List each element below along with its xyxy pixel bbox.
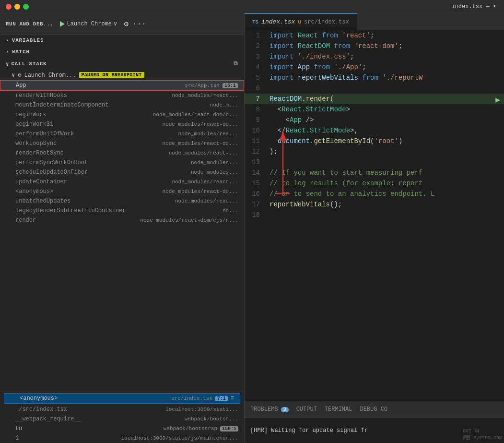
problems-badge: 3 <box>281 407 289 412</box>
more-options-icon[interactable]: ··· <box>132 20 146 28</box>
copy-icon[interactable]: ⧉ <box>234 60 238 67</box>
frame-location-fn: webpack/bootstrap 150:1 <box>164 426 238 431</box>
close-button[interactable] <box>6 4 12 10</box>
tab-debug-console[interactable]: DEBUG CO <box>360 403 387 416</box>
stack-frame-beginwork[interactable]: beginWork node_modules/react-dom/c... <box>0 110 244 120</box>
stack-frame-unbatched[interactable]: unbatchedUpdates node_modules/reac... <box>0 196 244 206</box>
left-panel: RUN AND DEB... Launch Chrome ∨ ⚙ ··· › V… <box>0 13 245 443</box>
stack-frame-updatecontainer[interactable]: updateContainer node_modules/react... <box>0 177 244 187</box>
watermark: GXI 网@图 system.com <box>463 428 502 441</box>
code-line-13: 13 <box>245 157 504 168</box>
tab-problems[interactable]: PROBLEMS 3 <box>250 403 289 416</box>
frame-name-beginwork1: beginWork$1 <box>15 121 53 128</box>
frame-location-anonymous: src/index.tsx 7:1 ≡ <box>171 395 234 402</box>
frame-name-app: App <box>16 82 26 89</box>
variables-section-header[interactable]: › VARIABLES <box>0 35 244 46</box>
line-number-9: 9 <box>245 115 268 125</box>
frame-line-app: 15:1 <box>223 83 238 88</box>
stack-frame-performunit[interactable]: performUnitOfWork node_modules/rea... <box>0 129 244 139</box>
stack-frame-src-index[interactable]: ./src/index.tsx localhost:3000/stati... <box>0 405 244 414</box>
launch-label: Launch Chrome <box>67 21 112 27</box>
line-content-8: <React.StrictMode> <box>268 104 504 115</box>
variables-arrow-icon: › <box>6 38 9 43</box>
code-line-8: 8 <React.StrictMode> <box>245 104 504 115</box>
line-number-15: 15 <box>245 178 268 189</box>
line-content-10: </React.StrictMode>, <box>268 125 504 136</box>
line-content-16: // or to send to an analytics endpoint. … <box>268 189 504 199</box>
stack-frame-renderwithhooks[interactable]: renderWithHooks node_modules/react... <box>0 91 244 100</box>
stack-frame-scheduleupdate[interactable]: scheduleUpdateOnFiber node_modules... <box>0 168 244 177</box>
line-content-14: // If you want to start measuring perf <box>268 168 504 178</box>
code-line-15: 15 // to log results (for example: repor… <box>245 178 504 189</box>
line-number-6: 6 <box>245 83 268 94</box>
frame-name-performunit: performUnitOfWork <box>15 131 74 137</box>
frame-file-beginwork: node_modules/react-dom/c... <box>153 112 238 118</box>
stack-frame-legacy[interactable]: legacyRenderSubtreeIntoContainer no... <box>0 206 244 216</box>
frame-name-src-index: ./src/index.tsx <box>15 406 67 413</box>
stack-frames-list: App src/App.tsx 15:1 renderWithHooks nod… <box>0 80 244 392</box>
frame-file-webpack-require: webpack/bootst... <box>185 416 238 422</box>
stack-frame-render[interactable]: render node_modules/react-dom/cjs/r... <box>0 216 244 225</box>
hmr-text: [HMR] Waiting for update signal fr <box>250 427 368 434</box>
tab-modified: U <box>298 19 301 25</box>
frame-file-performsync: node_modules... <box>191 160 238 166</box>
window-title: index.tsx — • <box>451 3 496 10</box>
call-stack-section: ∨ CALL STACK ⧉ ∨ ⚙ Launch Chrom... PAUSE… <box>0 58 244 443</box>
maximize-button[interactable] <box>23 4 29 10</box>
line-number-5: 5 <box>245 72 268 83</box>
code-line-14: 14 // If you want to start measuring per… <box>245 168 504 178</box>
thread-gear-icon: ⚙ <box>18 72 21 79</box>
line-number-10: 10 <box>245 125 268 136</box>
code-line-10: 10 </React.StrictMode>, <box>245 125 504 136</box>
watch-section-header[interactable]: › WATCH <box>0 46 244 58</box>
line-content-2: import ReactDOM from 'react-dom'; <box>268 41 504 51</box>
stack-frame-performsync[interactable]: performSyncWorkOnRoot node_modules... <box>0 158 244 168</box>
stack-frame-1[interactable]: 1 localhost:3000/static/js/main.chun... <box>0 433 244 443</box>
line-content-3: import './index.css'; <box>268 51 504 62</box>
stack-frame-anonymous-selected[interactable]: <anonymous> src/index.tsx 7:1 ≡ <box>4 393 240 404</box>
launch-chrome-thread-row[interactable]: ∨ ⚙ Launch Chrom... PAUSED ON BREAKPOINT <box>0 70 244 80</box>
stack-frame-renderrootsync[interactable]: renderRootSync node_modules/react-... <box>0 148 244 158</box>
call-stack-header[interactable]: ∨ CALL STACK ⧉ <box>0 58 244 70</box>
frame-name-anonymous-selected: <anonymous> <box>20 395 58 402</box>
line-content-13 <box>268 157 504 168</box>
gear-icon[interactable]: ⚙ <box>124 19 129 29</box>
list-icon: ≡ <box>231 395 234 402</box>
line-content-18 <box>268 210 504 220</box>
stack-frame-mountindeterminate[interactable]: mountIndeterminateComponent node_m... <box>0 100 244 110</box>
frame-file-1: localhost:3000/static/js/main.chun... <box>121 435 238 441</box>
line-number-11: 11 <box>245 136 268 146</box>
tab-terminal[interactable]: TERMINAL <box>325 403 352 416</box>
tab-bar: TS index.tsx U src/index.tsx <box>245 13 504 30</box>
stack-frame-app[interactable]: App src/App.tsx 15:1 <box>0 80 244 91</box>
title-bar: index.tsx — • <box>0 0 504 13</box>
stack-frame-webpack-require[interactable]: __webpack_require__ webpack/bootst... <box>0 414 244 424</box>
frame-name-unbatched: unbatchedUpdates <box>15 198 70 204</box>
frame-file-unbatched: node_modules/reac... <box>175 198 238 204</box>
frame-location-app: src/App.tsx 15:1 <box>185 83 238 88</box>
editor-tab[interactable]: TS index.tsx U src/index.tsx <box>245 13 357 30</box>
tab-path: src/index.tsx <box>304 19 349 25</box>
frame-name-render: render <box>15 217 36 224</box>
line-content-12: ); <box>268 146 504 157</box>
line-number-3: 3 <box>245 51 268 62</box>
line-content-1: import React from 'react'; <box>268 30 504 41</box>
minimize-button[interactable] <box>14 4 20 10</box>
stack-frame-beginwork1[interactable]: beginWork$1 node_modules/react-do... <box>0 120 244 129</box>
line-number-12: 12 <box>245 146 268 157</box>
call-stack-arrow-icon: ∨ <box>6 61 9 67</box>
code-content[interactable]: 1 import React from 'react'; 2 import Re… <box>245 30 504 401</box>
tab-output[interactable]: OUTPUT <box>296 403 317 416</box>
frame-file-updatecontainer: node_modules/react... <box>172 179 238 185</box>
code-line-4: 4 import App from './App'; <box>245 62 504 72</box>
stack-frame-fn[interactable]: fn webpack/bootstrap 150:1 <box>0 424 244 433</box>
output-label: OUTPUT <box>296 406 317 413</box>
code-line-9: 9 <App /> <box>245 115 504 125</box>
launch-chrome-button[interactable]: Launch Chrome ∨ <box>57 19 120 29</box>
code-line-12: 12 ); <box>245 146 504 157</box>
stack-frame-workloopsync[interactable]: workLoopSync node_modules/react-do... <box>0 139 244 148</box>
stack-frame-anonymous-inner[interactable]: <anonymous> node_modules/react-do... <box>0 187 244 196</box>
code-line-1: 1 import React from 'react'; <box>245 30 504 41</box>
window-controls <box>6 4 29 10</box>
code-line-16: 16 // or to send to an analytics endpoin… <box>245 189 504 199</box>
